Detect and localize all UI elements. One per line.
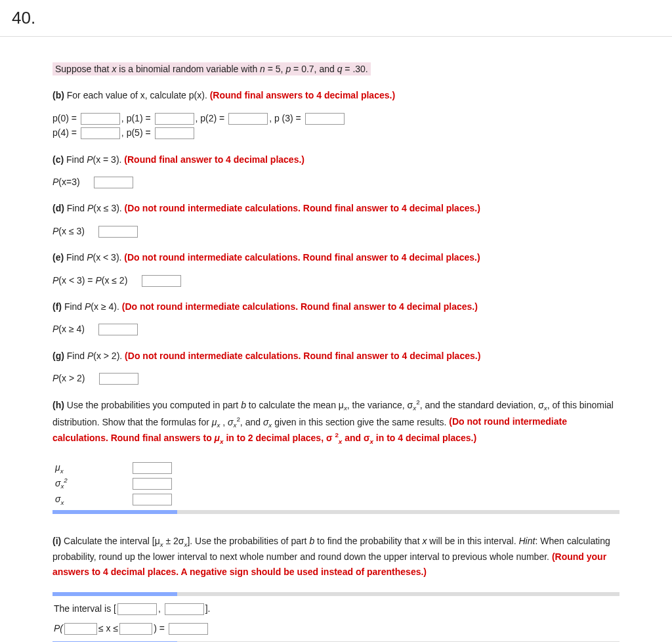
ph-t1: Use the probabilities you computed in pa… [64, 400, 241, 410]
pi-t2: ± 2σ [163, 536, 184, 546]
p2-input[interactable] [228, 113, 268, 125]
pi-t5: will be in this interval. [427, 536, 518, 546]
pe-ans-P1: P [52, 275, 58, 286]
ph-t2: to calculate the mean μ [246, 400, 344, 410]
pf-eq: (x ≥ 4). [91, 301, 121, 312]
sigma2-x-input[interactable] [133, 478, 172, 490]
p1-input[interactable] [155, 113, 194, 125]
p5-input[interactable] [155, 127, 194, 139]
c3: , [269, 113, 274, 123]
pc-eq: (x = 3). [93, 154, 124, 165]
ph-t3: , the variance, σ [347, 400, 413, 410]
pi-t3: ]. Use the probabilities of part [187, 536, 309, 546]
sigma2-x-label: σx2 [52, 475, 131, 492]
ph-c2: , and [240, 416, 263, 427]
part-e-round: (Do not round intermediate calculations.… [124, 252, 480, 263]
part-g-text: Find [64, 351, 87, 361]
part-g-round: (Do not round intermediate calculations.… [125, 351, 480, 361]
stats-table: μx σx2 σx [52, 460, 620, 514]
intro-text-1: Suppose that [55, 64, 112, 74]
interval-end: ]. [205, 603, 211, 614]
part-e-text: Find [64, 252, 87, 263]
pg-P: P [87, 351, 93, 361]
sigma-x-input[interactable] [133, 494, 172, 505]
p0-input[interactable] [81, 113, 120, 125]
ph-r2: in to 2 decimal places, σ [224, 433, 335, 443]
mu-x-input[interactable] [133, 462, 172, 474]
pc-ans-P: P [52, 177, 58, 187]
part-f-input[interactable] [98, 324, 138, 335]
intro-eq2: = 0.7, and [291, 64, 337, 74]
part-c-text: Find [64, 154, 87, 165]
part-h-label: (h) [52, 400, 64, 410]
part-b-label: (b) [52, 90, 64, 100]
prob-low-input[interactable] [64, 623, 97, 635]
interval-label: The interval is [ [54, 603, 116, 614]
pe-ans-P2: P [95, 275, 101, 286]
part-d-input[interactable] [98, 226, 138, 238]
pg-ans-P: P [52, 373, 58, 383]
ph-r4: in to 4 decimal places.) [373, 433, 476, 443]
intro-eq3: = .30. [342, 64, 368, 74]
question-body: Suppose that x is a binomial random vari… [0, 37, 672, 642]
part-g-label: (g) [52, 351, 64, 361]
p3-input[interactable] [305, 113, 345, 125]
p4-label: p(4) = [52, 127, 79, 138]
pe-ans-eq2: (x ≤ 2) [102, 275, 128, 286]
part-e: (e) Find P(x < 3). (Do not round interme… [52, 250, 620, 288]
ph-r3: and σ [342, 433, 369, 443]
part-f-text: Find [62, 301, 85, 312]
part-c: (c) Find P(x = 3). (Round final answer t… [52, 152, 620, 190]
scrollbar-hint-1[interactable] [52, 510, 620, 514]
part-d: (d) Find P(x ≤ 3). (Do not round interme… [52, 201, 620, 238]
pc-ans-eq: (x=3) [58, 177, 79, 187]
question-number: 40. [0, 0, 672, 37]
part-c-label: (c) [52, 154, 64, 165]
pg-eq: (x > 2). [93, 351, 125, 361]
interval-low-input[interactable] [117, 603, 157, 615]
pf-ans-P: P [52, 324, 58, 334]
part-b: (b) For each value of x, calculate p(x).… [52, 88, 620, 140]
p1-label: p(1) = [127, 113, 154, 123]
pf-ans-eq: (x ≥ 4) [58, 324, 85, 334]
intro-eq1: = 5, [265, 64, 286, 74]
p4-input[interactable] [81, 127, 120, 139]
ph-t6: given in this section give the same resu… [272, 416, 449, 427]
part-d-label: (d) [52, 203, 64, 213]
part-b-round: (Round final answers to 4 decimal places… [210, 90, 395, 100]
p3-label: p (3) = [274, 113, 304, 123]
part-e-input[interactable] [142, 275, 181, 287]
pi-pline-b: ≤ x ≤ [98, 623, 118, 633]
part-d-text: Find [64, 203, 87, 213]
part-f: (f) Find P(x ≥ 4). (Do not round interme… [52, 299, 620, 337]
pd-eq: (x ≤ 3). [93, 203, 124, 213]
p2-label: p(2) = [200, 113, 227, 123]
part-c-input[interactable] [94, 177, 133, 188]
sigma-x-label: σx [52, 492, 131, 507]
part-e-label: (e) [52, 252, 64, 263]
ph-c1: , [220, 416, 228, 427]
pi-hint: Hint [518, 536, 535, 546]
ph-b: b [241, 400, 246, 410]
interval-high-input[interactable] [165, 603, 204, 615]
pi-t4: to find the probability that [314, 536, 422, 546]
pd-ans-P: P [52, 226, 58, 236]
pi-pline-c: ) = [154, 623, 167, 633]
interval-block: The interval is [, ]. P(≤ x ≤) = [52, 592, 620, 642]
prob-result-input[interactable] [169, 623, 208, 635]
part-g-input[interactable] [99, 373, 138, 385]
pi-t1: Calculate the interval [μ [61, 536, 159, 546]
part-i: (i) Calculate the interval [μx ± 2σx]. U… [52, 534, 620, 642]
pe-eq: (x < 3). [93, 252, 124, 263]
pe-ans-eq1: (x < 3) = [58, 275, 95, 286]
p5-label: p(5) = [127, 127, 154, 138]
scrollbar-hint-2a[interactable] [52, 592, 620, 596]
part-f-label: (f) [52, 301, 62, 312]
pf-P: P [85, 301, 91, 312]
ph-t4: , and the standard deviation, σ [420, 400, 544, 410]
pd-P: P [87, 203, 93, 213]
c4: , [121, 127, 127, 138]
part-i-label: (i) [52, 536, 61, 546]
prob-high-input[interactable] [119, 623, 152, 635]
intro-text-2: is a binomial random variable with [116, 64, 260, 74]
